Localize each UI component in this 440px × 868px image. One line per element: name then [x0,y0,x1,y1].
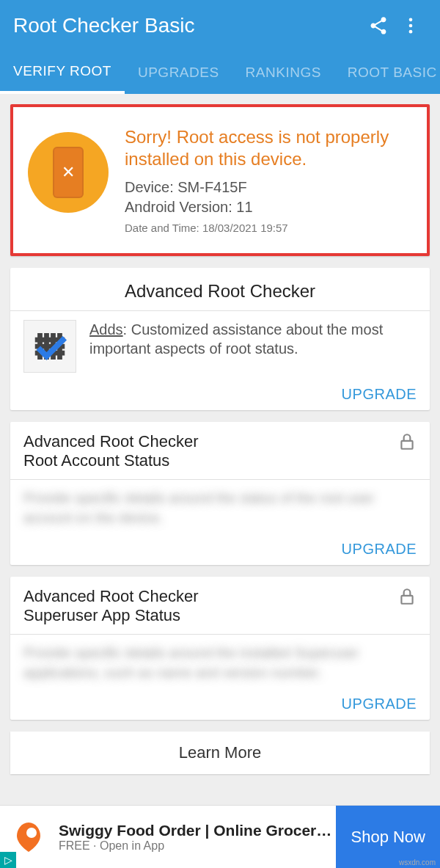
ad-title: Swiggy Food Order | Online Grocery … [59,822,336,839]
app-bar: Root Checker Basic [0,0,440,51]
status-headline: Sorry! Root access is not properly insta… [125,126,412,170]
arc-promo-card: Advanced Root Checker Adds: Customized a… [10,268,430,410]
arc-upgrade-button[interactable]: UPGRADE [342,386,417,403]
status-android: Android Version: 11 [125,197,412,217]
svg-rect-4 [401,596,412,604]
superuser-status-blurred-text: Provide specific details around the inst… [23,643,417,682]
account-status-upgrade-button[interactable]: UPGRADE [342,541,417,558]
svg-point-2 [409,30,413,34]
account-status-card: Advanced Root Checker Root Account Statu… [10,422,430,565]
divider [10,634,430,635]
lock-icon [397,587,417,609]
status-device: Device: SM-F415F [125,178,412,197]
overflow-menu-icon[interactable] [395,10,427,42]
account-status-blurred-text: Provide specific details around the stat… [23,489,417,528]
status-datetime: Date and Time: 18/03/2021 19:57 [125,222,412,234]
ad-banner[interactable]: ▷ Swiggy Food Order | Online Grocery … F… [0,805,440,868]
share-icon[interactable] [362,10,395,42]
superuser-status-title1: Advanced Root Checker [23,587,397,606]
divider [10,310,430,311]
tab-rankings[interactable]: RANKINGS [232,51,334,94]
arc-adds-label: Adds [89,321,123,338]
tab-verify-root[interactable]: VERIFY ROOT [0,51,125,94]
arc-desc-rest: : Customized assistance about the most i… [89,321,383,357]
divider [10,479,430,480]
tab-upgrades[interactable]: UPGRADES [125,51,232,94]
account-status-title1: Advanced Root Checker [23,432,397,451]
content-area: ✕ Sorry! Root access is not properly ins… [0,94,440,784]
superuser-status-upgrade-button[interactable]: UPGRADE [342,696,417,712]
svg-point-0 [409,18,413,22]
lock-icon [397,432,417,454]
arc-title: Advanced Root Checker [23,278,417,310]
learn-more-label: Learn More [179,743,262,762]
account-status-title2: Root Account Status [23,451,397,470]
learn-more-card[interactable]: Learn More [10,732,430,774]
tab-bar: VERIFY ROOT UPGRADES RANKINGS ROOT BASIC [0,51,440,94]
tab-root-basics[interactable]: ROOT BASIC [334,51,440,94]
superuser-status-title2: Superuser App Status [23,606,397,625]
root-status-card: ✕ Sorry! Root access is not properly ins… [10,104,430,256]
watermark: wsxdn.com [399,858,436,867]
status-badge-icon: ✕ [28,132,109,213]
arc-description: Adds: Customized assistance about the mo… [89,320,417,358]
svg-rect-3 [401,441,412,449]
superuser-status-card: Advanced Root Checker Superuser App Stat… [10,577,430,720]
ad-subtitle: FREE · Open in App [59,839,336,853]
status-text-block: Sorry! Root access is not properly insta… [125,126,412,234]
ad-choices-icon[interactable]: ▷ [0,852,16,868]
svg-point-5 [26,828,37,838]
app-title: Root Checker Basic [13,14,362,37]
arc-hash-check-icon [23,320,76,373]
svg-point-1 [409,24,413,28]
phone-x-icon: ✕ [53,147,84,198]
